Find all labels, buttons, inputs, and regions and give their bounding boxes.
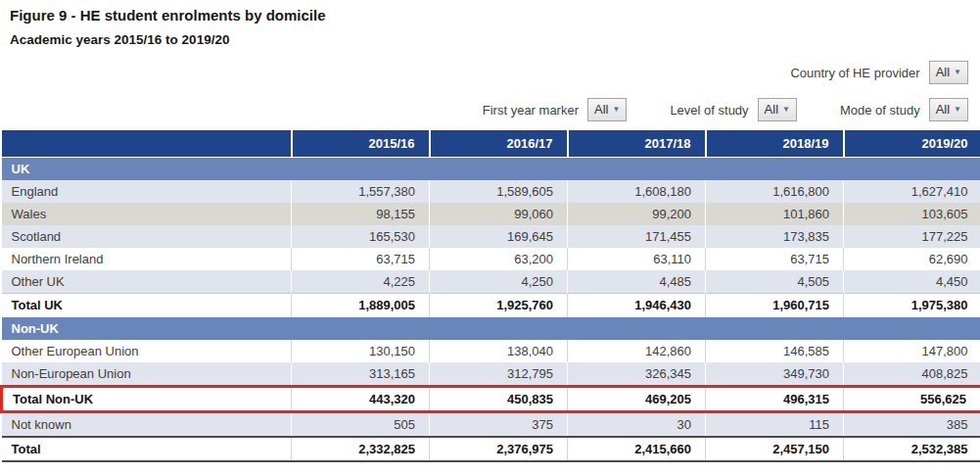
row-label: Not known [2, 412, 292, 438]
cell-value: 2,457,150 [706, 437, 844, 461]
cell-value: 173,835 [706, 225, 844, 248]
cell-value: 349,730 [706, 362, 844, 387]
chevron-down-icon: ▼ [612, 106, 620, 114]
country-filter-group: Country of HE provider All ▼ [790, 61, 968, 84]
cell-value: 4,505 [706, 270, 844, 294]
cell-value: 63,715 [706, 248, 844, 270]
row-label: Total [2, 437, 292, 461]
cell-value: 63,200 [430, 248, 568, 270]
mode-filter-value: All [936, 103, 950, 117]
mode-filter-dropdown[interactable]: All ▼ [929, 98, 968, 121]
cell-value: 4,250 [430, 270, 568, 294]
chevron-down-icon: ▼ [954, 69, 961, 76]
cell-value: 312,795 [430, 362, 568, 387]
table-row: Northern Ireland63,71563,20063,11063,715… [2, 248, 980, 270]
cell-value: 1,616,800 [706, 180, 844, 203]
first-year-filter-dropdown[interactable]: All ▼ [587, 98, 627, 121]
table-row: Total Non-UK443,320450,835469,205496,315… [2, 387, 980, 412]
table-row: Other European Union130,150138,040142,86… [2, 340, 980, 362]
cell-value: 385 [844, 412, 980, 438]
cell-value: 63,110 [568, 248, 706, 270]
table-row: England1,557,3801,589,6051,608,1801,616,… [2, 180, 980, 203]
table-row: Wales98,15599,06099,200101,860103,605 [2, 203, 980, 225]
row-label: Total UK [2, 294, 292, 317]
cell-value: 99,200 [568, 203, 706, 225]
chevron-down-icon: ▼ [782, 106, 790, 114]
country-filter-value: All [936, 66, 950, 79]
cell-value: 2,532,385 [844, 437, 980, 461]
row-label: England [2, 180, 292, 203]
cell-value: 130,150 [292, 340, 430, 362]
row-label: Other European Union [2, 340, 292, 362]
cell-value: 4,485 [568, 270, 706, 294]
page-title: Figure 9 - HE student enrolments by domi… [10, 6, 980, 24]
cell-value: 2,376,975 [430, 437, 568, 461]
column-header-2017-18: 2017/18 [568, 130, 706, 158]
filter-row-country: Country of HE provider All ▼ [0, 60, 980, 85]
column-header-2019-20: 2019/20 [844, 130, 980, 158]
cell-value: 98,155 [292, 203, 430, 225]
table-row: Other UK4,2254,2504,4854,5054,450 [2, 270, 980, 294]
row-label: Scotland [2, 225, 292, 248]
level-filter-label: Level of study [670, 103, 748, 118]
row-label: Wales [2, 203, 292, 225]
cell-value: 375 [430, 412, 568, 438]
cell-value: 169,645 [430, 225, 568, 248]
filter-row-secondary: First year marker All ▼ Level of study A… [0, 97, 980, 122]
cell-value: 496,315 [706, 387, 844, 412]
cell-value: 556,625 [844, 387, 980, 412]
level-filter-dropdown[interactable]: All ▼ [758, 98, 797, 121]
cell-value: 1,975,380 [844, 294, 980, 317]
cell-value: 1,889,005 [292, 294, 430, 317]
page-subtitle: Academic years 2015/16 to 2019/20 [10, 31, 980, 48]
cell-value: 1,960,715 [706, 294, 844, 317]
section-header-row: Non-UK [2, 317, 980, 341]
cell-value: 2,415,660 [568, 437, 706, 461]
cell-value: 101,860 [706, 203, 844, 225]
table-row: Not known50537530115385 [2, 412, 980, 438]
cell-value: 138,040 [430, 340, 568, 362]
column-header-2018-19: 2018/19 [706, 130, 844, 158]
table-row: Scotland165,530169,645171,455173,835177,… [2, 225, 980, 248]
cell-value: 99,060 [430, 203, 568, 225]
level-filter-value: All [765, 103, 778, 117]
table-body: UKEngland1,557,3801,589,6051,608,1801,61… [2, 158, 980, 462]
cell-value: 1,925,760 [430, 294, 568, 317]
first-year-filter-group: First year marker All ▼ [483, 98, 628, 121]
cell-value: 1,589,605 [430, 180, 568, 203]
cell-value: 142,860 [568, 340, 706, 362]
cell-value: 505 [292, 412, 430, 438]
row-label: Northern Ireland [2, 248, 292, 270]
row-label: Total Non-UK [2, 387, 292, 412]
row-label: Other UK [2, 270, 292, 294]
cell-value: 1,946,430 [568, 294, 706, 317]
chevron-down-icon: ▼ [954, 106, 961, 114]
section-label: Non-UK [2, 317, 980, 341]
cell-value: 408,825 [844, 362, 980, 387]
cell-value: 171,455 [568, 225, 706, 248]
table-row: Total UK1,889,0051,925,7601,946,4301,960… [2, 294, 980, 317]
cell-value: 62,690 [844, 248, 980, 270]
cell-value: 165,530 [292, 225, 430, 248]
cell-value: 177,225 [844, 225, 980, 248]
column-header-2016-17: 2016/17 [430, 130, 568, 158]
cell-value: 2,332,825 [292, 437, 430, 461]
cell-value: 1,557,380 [292, 180, 430, 203]
cell-value: 1,627,410 [844, 180, 980, 203]
section-header-row: UK [2, 158, 980, 181]
level-filter-group: Level of study All ▼ [670, 98, 797, 121]
mode-filter-group: Mode of study All ▼ [840, 98, 968, 121]
cell-value: 4,450 [844, 270, 980, 294]
cell-value: 450,835 [430, 387, 568, 412]
enrolments-table: 2015/162016/172017/182018/192019/20 UKEn… [0, 130, 980, 462]
section-label: UK [2, 158, 980, 181]
cell-value: 103,605 [844, 203, 980, 225]
cell-value: 313,165 [292, 362, 430, 387]
first-year-filter-label: First year marker [483, 103, 579, 118]
country-filter-dropdown[interactable]: All ▼ [929, 61, 968, 84]
cell-value: 30 [568, 412, 706, 438]
cell-value: 63,715 [292, 248, 430, 270]
cell-value: 146,585 [706, 340, 844, 362]
table-header-row: 2015/162016/172017/182018/192019/20 [2, 130, 980, 158]
cell-value: 115 [706, 412, 844, 438]
